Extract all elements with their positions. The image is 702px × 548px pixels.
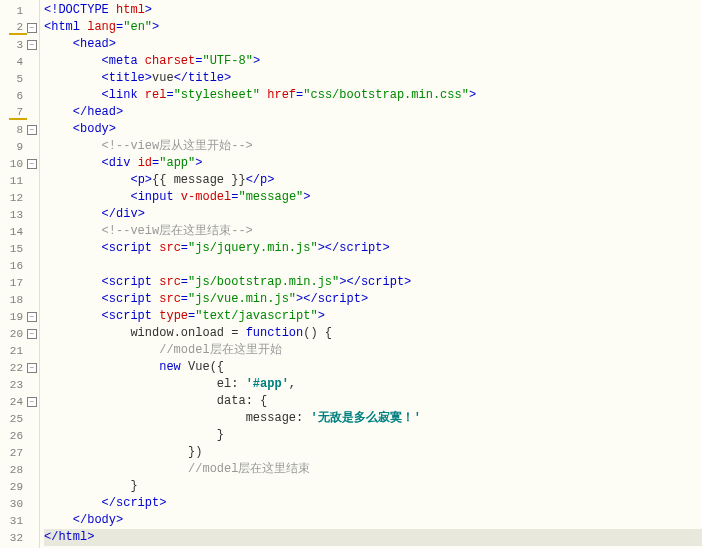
code-line[interactable]: <link rel="stylesheet" href="css/bootstr… bbox=[44, 87, 702, 104]
code-line[interactable]: <!--veiw层在这里结束--> bbox=[44, 223, 702, 240]
token-punct: > bbox=[145, 173, 152, 187]
line-number: 18 bbox=[9, 294, 27, 306]
token-tag: p bbox=[138, 173, 145, 187]
line-number: 23 bbox=[9, 379, 27, 391]
fold-spacer bbox=[27, 533, 37, 543]
code-line[interactable]: </head> bbox=[44, 104, 702, 121]
code-line[interactable]: //model层在这里结束 bbox=[44, 461, 702, 478]
fold-toggle-icon[interactable]: − bbox=[27, 312, 37, 322]
token-punct: ></ bbox=[296, 292, 318, 306]
gutter-row: 4 bbox=[0, 53, 39, 70]
token-punct: ></ bbox=[318, 241, 340, 255]
token-punct: > bbox=[109, 122, 116, 136]
fold-toggle-icon[interactable]: − bbox=[27, 397, 37, 407]
code-line[interactable]: el: '#app', bbox=[44, 376, 702, 393]
gutter-row: 7 bbox=[0, 104, 39, 121]
code-line[interactable]: </body> bbox=[44, 512, 702, 529]
code-line[interactable]: <script src="js/vue.min.js"></script> bbox=[44, 291, 702, 308]
line-number: 16 bbox=[9, 260, 27, 272]
code-line[interactable]: new Vue({ bbox=[44, 359, 702, 376]
indent bbox=[44, 275, 102, 289]
token-text bbox=[159, 462, 188, 476]
token-punct: > bbox=[87, 530, 94, 544]
code-line[interactable]: message: '无敌是多么寂寞！' bbox=[44, 410, 702, 427]
token-attr-name: src bbox=[159, 292, 181, 306]
fold-spacer bbox=[27, 516, 37, 526]
indent bbox=[44, 496, 102, 510]
code-line[interactable]: <p>{{ message }}</p> bbox=[44, 172, 702, 189]
gutter-row: 27 bbox=[0, 444, 39, 461]
gutter-row: 11 bbox=[0, 172, 39, 189]
token-tag: title bbox=[109, 71, 145, 85]
gutter-row: 25 bbox=[0, 410, 39, 427]
fold-toggle-icon[interactable]: − bbox=[27, 125, 37, 135]
code-line[interactable]: <title>vue</title> bbox=[44, 70, 702, 87]
indent bbox=[44, 105, 73, 119]
code-line[interactable]: <!DOCTYPE html> bbox=[44, 2, 702, 19]
code-line[interactable]: <script src="js/bootstrap.min.js"></scri… bbox=[44, 274, 702, 291]
token-punct: > bbox=[145, 3, 152, 17]
code-line[interactable]: } bbox=[44, 427, 702, 444]
token-punct: > bbox=[253, 54, 260, 68]
indent bbox=[44, 122, 73, 136]
indent bbox=[44, 445, 159, 459]
gutter-row: 17 bbox=[0, 274, 39, 291]
code-line[interactable]: </script> bbox=[44, 495, 702, 512]
token-punct: < bbox=[102, 88, 109, 102]
code-line[interactable]: }) bbox=[44, 444, 702, 461]
fold-spacer bbox=[27, 108, 37, 118]
token-tag: body bbox=[80, 122, 109, 136]
code-line[interactable]: <div id="app"> bbox=[44, 155, 702, 172]
code-line[interactable]: <input v-model="message"> bbox=[44, 189, 702, 206]
gutter-row: 1 bbox=[0, 2, 39, 19]
fold-toggle-icon[interactable]: − bbox=[27, 40, 37, 50]
gutter-row: 30 bbox=[0, 495, 39, 512]
fold-spacer bbox=[27, 57, 37, 67]
gutter-row: 32 bbox=[0, 529, 39, 546]
token-text: } bbox=[130, 479, 137, 493]
code-line[interactable]: } bbox=[44, 478, 702, 495]
code-line[interactable]: <script src="js/jquery.min.js"></script> bbox=[44, 240, 702, 257]
gutter-row: 22− bbox=[0, 359, 39, 376]
gutter-row: 10− bbox=[0, 155, 39, 172]
token-punct: > bbox=[109, 37, 116, 51]
code-line[interactable]: </html> bbox=[44, 529, 702, 546]
token-tag: head bbox=[87, 105, 116, 119]
token-tag: DOCTYPE bbox=[58, 3, 108, 17]
token-punct: < bbox=[73, 37, 80, 51]
line-number: 14 bbox=[9, 226, 27, 238]
token-attr-name: html bbox=[116, 3, 145, 17]
code-line[interactable]: window.onload = function() { bbox=[44, 325, 702, 342]
code-line[interactable]: <head> bbox=[44, 36, 702, 53]
indent bbox=[44, 343, 159, 357]
token-text: , bbox=[289, 377, 296, 391]
fold-toggle-icon[interactable]: − bbox=[27, 329, 37, 339]
code-area[interactable]: <!DOCTYPE html><html lang="en"> <head> <… bbox=[40, 0, 702, 548]
line-number: 22 bbox=[9, 362, 27, 374]
gutter-row: 9 bbox=[0, 138, 39, 155]
indent bbox=[44, 207, 102, 221]
code-line[interactable]: <!--view层从这里开始--> bbox=[44, 138, 702, 155]
indent bbox=[44, 360, 159, 374]
code-line[interactable]: <html lang="en"> bbox=[44, 19, 702, 36]
fold-spacer bbox=[27, 74, 37, 84]
gutter-row: 21 bbox=[0, 342, 39, 359]
code-line[interactable]: //model层在这里开始 bbox=[44, 342, 702, 359]
code-line[interactable]: <meta charset="UTF-8"> bbox=[44, 53, 702, 70]
code-line[interactable] bbox=[44, 257, 702, 274]
code-line[interactable]: <script type="text/javascript"> bbox=[44, 308, 702, 325]
line-number: 4 bbox=[9, 56, 27, 68]
code-line[interactable]: <body> bbox=[44, 121, 702, 138]
token-attr-val: "css/bootstrap.min.css" bbox=[303, 88, 469, 102]
gutter-row: 28 bbox=[0, 461, 39, 478]
fold-toggle-icon[interactable]: − bbox=[27, 363, 37, 373]
code-line[interactable]: </div> bbox=[44, 206, 702, 223]
fold-spacer bbox=[27, 227, 37, 237]
token-tag: link bbox=[109, 88, 138, 102]
line-number: 25 bbox=[9, 413, 27, 425]
fold-toggle-icon[interactable]: − bbox=[27, 23, 37, 33]
fold-toggle-icon[interactable]: − bbox=[27, 159, 37, 169]
token-punct: </ bbox=[44, 530, 58, 544]
code-line[interactable]: data: { bbox=[44, 393, 702, 410]
token-tag: new bbox=[159, 360, 181, 374]
